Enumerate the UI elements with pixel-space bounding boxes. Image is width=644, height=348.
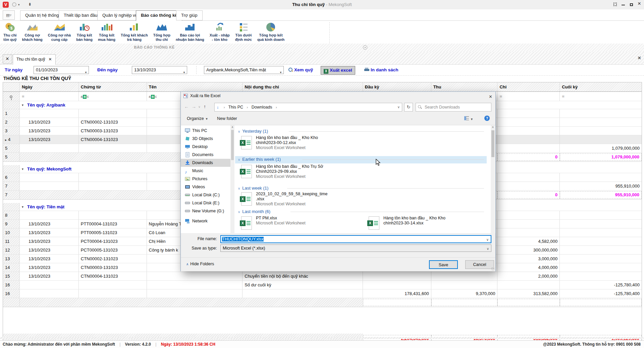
view-options-button[interactable]: ▼ xyxy=(464,116,473,121)
organize-button[interactable]: Organize▼ xyxy=(187,116,208,121)
save-as-type-combo[interactable]: Microsoft Excel (*.xlsx) ∨ xyxy=(220,245,491,252)
ribbon-item-thu-chi-ton-quy[interactable]: €$ Thu chitồn quỹ xyxy=(1,21,19,43)
restore-button[interactable] xyxy=(628,2,635,7)
tab-thiet-lap-ban-dau[interactable]: Thiết lập ban đầu xyxy=(59,10,102,20)
file-group-last-month[interactable]: ∨Last month (6) xyxy=(235,208,487,216)
sidebar-item-3d-objects[interactable]: 3D Objects xyxy=(181,135,230,143)
file-item[interactable]: PT PM.xlsxMicrosoft Excel Worksheet xyxy=(238,216,359,233)
ribbon-item-bao-cao-loi-nhuan[interactable]: Báo cáo lợinhuận bán hàng xyxy=(174,21,206,43)
ribbon-item-tong-hop-ket-qua-kinh-doanh[interactable]: Tổng hợp kếtquả kinh doanh xyxy=(255,21,286,43)
ribbon-item-xuat-nhap-ton-kho[interactable]: Xuất - nhập- tồn kho xyxy=(208,21,232,43)
sidebar-item-videos[interactable]: Videos xyxy=(181,183,230,191)
view-fund-button[interactable]: Xem quỹ xyxy=(288,66,313,75)
doc-tab-thu-chi-ton-quy[interactable]: Thu chi tồn quỹ✕ xyxy=(13,54,56,65)
filter-cuoi-ky[interactable]: = xyxy=(560,92,642,101)
ribbon-item-tong-ket-mua-hang[interactable]: Tổng kếtmua hàng xyxy=(96,21,117,43)
to-date-combo[interactable]: 13/10/2023▼ xyxy=(132,66,187,74)
chevron-down-icon[interactable]: ▼ xyxy=(183,69,185,76)
ribbon-item-tong-ket-khach-tra-hang[interactable]: Tổng kết kháchtrả hàng xyxy=(119,21,150,43)
minimize-button[interactable] xyxy=(620,2,627,7)
print-list-button[interactable]: In danh sách xyxy=(364,66,398,75)
up-icon[interactable]: ↑ xyxy=(204,104,206,109)
table-row[interactable]: 16 Số dư cuối kỳ -125,780,400 xyxy=(3,281,642,289)
save-button[interactable]: Save xyxy=(429,260,458,269)
breadcrumb-this-pc[interactable]: This PC xyxy=(228,105,243,110)
file-item[interactable]: Hàng tồn kho ban đầu _ Kho Khochính2023-… xyxy=(238,135,359,151)
dialog-close-button[interactable]: × xyxy=(489,92,492,101)
collapse-arrow-icon[interactable]: ▾ xyxy=(22,203,23,211)
tab-close-icon[interactable]: ✕ xyxy=(48,57,52,62)
computer-icon xyxy=(185,128,190,133)
sidebar-item-desktop[interactable]: Desktop xyxy=(181,143,230,151)
cancel-button[interactable]: Cancel xyxy=(465,260,494,269)
close-all-tabs-button[interactable]: ✕ xyxy=(3,54,12,64)
ribbon-item-ton-duoi-dinh-muc[interactable]: Tồn dướiđịnh mức xyxy=(233,21,254,43)
main-menu-button[interactable]: ▤▿ xyxy=(3,10,15,20)
sidebar-item-downloads[interactable]: Downloads xyxy=(181,159,230,167)
chevron-down-icon[interactable]: ▼ xyxy=(279,69,282,76)
file-item[interactable]: Hàng tồn kho ban đầu _ Kho Khochính2023-… xyxy=(366,216,487,233)
tab-tro-giup[interactable]: Trợ giúp xyxy=(176,10,203,20)
file-group-last-week[interactable]: ∨Last week (1) xyxy=(235,185,487,192)
filter-ngay[interactable]: = xyxy=(20,92,79,101)
funds-combo[interactable]: Argibank,MekongSoft,Tiền mặt▼ xyxy=(204,66,284,74)
col-ten[interactable]: Tên xyxy=(147,82,243,91)
file-item[interactable]: Hàng tồn kho ban đầu _ Kho Trụ SởChính20… xyxy=(238,164,359,180)
ribbon-collapse-button[interactable] xyxy=(363,45,367,50)
resize-grip[interactable] xyxy=(491,267,495,271)
table-row[interactable]: 16 178,431,6009,370,000 313,582,000-125,… xyxy=(3,289,642,298)
col-cuoi-ky[interactable]: Cuối kỳ xyxy=(560,82,642,91)
fullscreen-button[interactable] xyxy=(612,2,619,7)
ribbon-item-cong-no-khach-hang[interactable]: Công nợkhách hàng xyxy=(20,21,45,43)
new-folder-button[interactable]: New folder xyxy=(217,116,237,121)
forward-icon[interactable]: → xyxy=(192,104,196,109)
col-ngay[interactable]: Ngày xyxy=(20,82,79,91)
file-item[interactable]: 2023_10_02_09_59_58_keeping_time.xlsxMic… xyxy=(238,192,359,207)
sidebar-item-pictures[interactable]: Pictures xyxy=(181,175,230,183)
col-dau-ky[interactable]: Đầu kỳ xyxy=(363,82,431,91)
refresh-button[interactable]: ↻ xyxy=(404,103,413,112)
file-name-input[interactable]: THUCHITONQUY.xlsx ∨ xyxy=(220,235,491,243)
sidebar-item-network[interactable]: Network xyxy=(181,217,230,225)
export-excel-button[interactable]: XXuất excel xyxy=(321,66,355,75)
file-group-earlier-this-week[interactable]: ∨Earlier this week (1) xyxy=(235,156,487,163)
col-chung-tu[interactable]: Chứng từ xyxy=(79,82,147,91)
filter-chi[interactable]: = xyxy=(497,92,560,101)
close-tab-right-button[interactable]: ✕ xyxy=(637,55,641,61)
table-row[interactable]: 15 13/10/2023CTN00004-131023 Chuyển tiền… xyxy=(3,272,642,281)
sidebar-item-new-volume-g[interactable]: New Volume (G:) xyxy=(181,207,230,215)
breadcrumb-downloads[interactable]: Downloads xyxy=(252,105,272,110)
sidebar-item-local-disk-e[interactable]: Local Disk (E:) xyxy=(181,199,230,207)
tab-bao-cao-thong-ke[interactable]: Báo cáo thống kê xyxy=(136,10,182,21)
ribbon-item-tong-hop-thu-chi[interactable]: Tổng hợpthu chi xyxy=(151,21,172,43)
address-bar[interactable]: ↓ › This PC › Downloads › ∨ xyxy=(214,103,402,112)
chevron-down-icon[interactable]: ∨ xyxy=(486,236,489,243)
search-input[interactable]: Search Downloads xyxy=(416,103,491,112)
hide-folders-button[interactable]: ∧Hide Folders xyxy=(186,262,214,266)
sidebar-item-documents[interactable]: Documents xyxy=(181,151,230,159)
sidebar-item-local-disk-c[interactable]: Local Disk (C:) xyxy=(181,191,230,199)
help-button[interactable]: ? xyxy=(484,116,490,121)
from-date-combo[interactable]: 01/10/2023▼ xyxy=(34,66,89,74)
file-list-scrollbar[interactable]: ∧ xyxy=(491,125,495,233)
collapse-arrow-icon[interactable]: ▾ xyxy=(22,165,23,173)
filter-chung-tu[interactable]: aBc xyxy=(79,92,147,101)
recent-locations-icon[interactable]: ∨ xyxy=(198,105,201,109)
chevron-down-icon[interactable]: ▼ xyxy=(85,69,87,76)
sidebar-scrollbar[interactable]: ∧ xyxy=(230,125,234,233)
col-noi-dung[interactable]: Nội dung thu chi xyxy=(243,82,363,91)
back-icon[interactable]: ← xyxy=(184,104,189,109)
col-thu[interactable]: Thu xyxy=(431,82,498,91)
tab-quan-tri-he-thong[interactable]: Quản trị hệ thống xyxy=(20,10,64,20)
close-button[interactable]: × xyxy=(636,1,643,6)
file-group-yesterday[interactable]: ∨Yesterday (1) xyxy=(235,128,487,135)
collapse-arrow-icon[interactable]: ▾ xyxy=(22,101,23,109)
sidebar-item-this-pc[interactable]: This PC xyxy=(181,127,230,135)
chevron-down-icon[interactable]: ∨ xyxy=(487,246,489,252)
sidebar-item-music[interactable]: ♪Music xyxy=(181,167,230,175)
ribbon-item-tong-ket-ban-hang[interactable]: Tổng kếtbán hàng xyxy=(74,21,95,43)
col-chi[interactable]: Chi xyxy=(497,82,560,91)
dialog-titlebar[interactable]: Xuất ra file Excel × xyxy=(181,92,495,100)
address-dropdown-icon[interactable]: ∨ xyxy=(397,103,400,111)
ribbon-item-cong-no-nha-cung-cap[interactable]: Công nợ nhàcung cấp xyxy=(46,21,73,43)
